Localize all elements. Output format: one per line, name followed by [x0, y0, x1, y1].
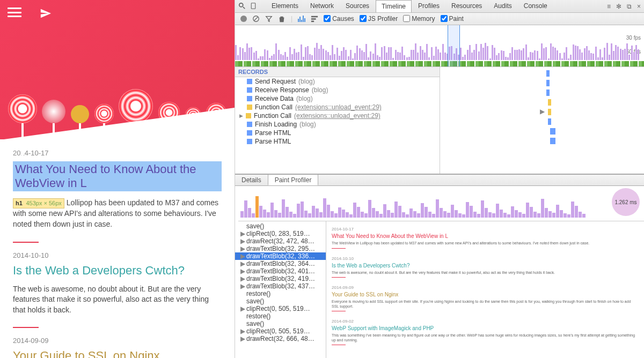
menu-icon[interactable] — [8, 8, 21, 17]
svg-rect-2 — [251, 3, 255, 9]
drawcall-row[interactable]: ▶clipRect(0, 505, 519… — [235, 327, 326, 335]
svg-point-0 — [239, 3, 243, 6]
tab-sources[interactable]: Sources — [340, 0, 375, 12]
divider — [13, 327, 39, 328]
tab-elements[interactable]: Elements — [266, 0, 304, 12]
check-causes[interactable]: Causes — [324, 15, 354, 23]
article-list: 2014-10-17 What You Need to Know About t… — [0, 139, 235, 358]
paper-plane-icon[interactable] — [40, 8, 52, 19]
hero-image — [0, 0, 235, 139]
devtools-tabs: Elements Network Sources Timeline Profil… — [266, 0, 553, 12]
record-row[interactable]: Finish Loading (blog) — [235, 120, 440, 129]
svg-line-4 — [254, 17, 258, 20]
settings-icon[interactable]: ✻ — [616, 3, 621, 10]
tab-resources[interactable]: Resources — [446, 0, 487, 12]
lollipops-decoration — [0, 21, 235, 139]
post-date: 2014-10-17 — [13, 149, 222, 157]
check-paint[interactable]: Paint — [441, 15, 464, 23]
record-row[interactable]: Receive Data (blog) — [235, 94, 440, 103]
drawcall-row[interactable]: ▶clipRect(0, 283, 519… — [235, 230, 326, 237]
subtab-details[interactable]: Details — [235, 175, 268, 185]
details-subtabs: Details Paint Profiler — [235, 174, 644, 186]
clear-icon[interactable] — [252, 15, 260, 23]
timeline-overview[interactable]: 30 fps 60 fps — [235, 25, 644, 68]
check-memory[interactable]: Memory — [403, 15, 435, 23]
svg-rect-7 — [311, 20, 314, 22]
close-icon[interactable]: × — [637, 3, 641, 10]
post-title[interactable]: Your Guide to SSL on Nginx — [13, 349, 222, 358]
tab-console[interactable]: Console — [518, 0, 553, 12]
preview-post: 2014-10-10Is the Web a Developers Cwtch?… — [332, 256, 639, 278]
tab-profiles[interactable]: Profiles — [413, 0, 445, 12]
tab-audits[interactable]: Audits — [488, 0, 517, 12]
record-row[interactable]: Parse HTML — [235, 129, 440, 137]
draw-commands-list[interactable]: ▶save()▶clipRect(0, 283, 519…▶drawRect(3… — [235, 221, 326, 358]
drawcall-row[interactable]: ▶drawTextBlob(32, 437… — [235, 282, 326, 290]
drawcall-row[interactable]: ▶drawRect(32, 472, 48… — [235, 237, 326, 245]
paint-time-badge: 1.262 ms — [612, 188, 640, 216]
records-header: RECORDS — [235, 67, 440, 77]
drawcall-row[interactable]: ▶drawTextBlob(32, 336… — [235, 252, 326, 260]
search-icon[interactable] — [238, 2, 247, 11]
post-excerpt: h1 453px × 56px Lollipop has been update… — [13, 198, 222, 230]
drawer-icon[interactable]: ≡ — [607, 3, 611, 10]
timeline-toolbar: | Causes JS Profiler Memory Paint — [235, 13, 644, 25]
flame-chart-icon[interactable] — [311, 15, 318, 23]
record-row[interactable]: ▶Function Call (extensions::unload_event… — [235, 111, 440, 120]
post-date: 2014-09-09 — [13, 337, 222, 345]
drawcall-row[interactable]: ▶restore() — [235, 290, 326, 297]
svg-line-1 — [243, 6, 245, 9]
record-button[interactable] — [240, 16, 247, 22]
post-title-highlighted[interactable]: What You Need to Know About the WebView … — [13, 161, 222, 191]
drawcall-row[interactable]: ▶drawRect(32, 666, 48… — [235, 335, 326, 342]
drawcall-row[interactable]: ▶save() — [235, 222, 326, 230]
drawcall-row[interactable]: ▶drawTextBlob(32, 419… — [235, 275, 326, 282]
record-row[interactable]: Receive Response (blog) — [235, 86, 440, 94]
records-list: RECORDS Send Request (blog)Receive Respo… — [235, 67, 440, 174]
drawcall-row[interactable]: ▶drawTextBlob(32, 295… — [235, 245, 326, 252]
devtools-topbar: Elements Network Sources Timeline Profil… — [235, 0, 644, 13]
svg-rect-6 — [311, 18, 316, 20]
paint-preview: 2014-10-17What You Need to Know About th… — [326, 221, 644, 358]
dock-icon[interactable]: ⧉ — [627, 3, 632, 10]
drawcall-row[interactable]: ▶clipRect(0, 505, 519… — [235, 305, 326, 312]
records-flamechart[interactable]: ▶ — [440, 67, 644, 174]
preview-post: 2014-09-09Your Guide to SSL on NginxEver… — [332, 285, 639, 311]
garbage-icon[interactable] — [278, 15, 286, 23]
filter-icon[interactable] — [265, 15, 273, 23]
tab-network[interactable]: Network — [305, 0, 339, 12]
preview-post: 2014-09-02WebP Support with ImageMagick … — [332, 319, 639, 345]
divider — [13, 242, 39, 243]
inspected-page: 2014-10-17 What You Need to Know About t… — [0, 0, 235, 358]
devtools-panel: Elements Network Sources Timeline Profil… — [235, 0, 644, 358]
record-row[interactable]: Parse HTML — [235, 137, 440, 146]
paint-profiler: 1.262 ms ▶save()▶clipRect(0, 283, 519…▶d… — [235, 186, 644, 358]
post-excerpt: The web is awesome, no doubt about it. B… — [13, 284, 222, 316]
record-row[interactable]: Send Request (blog) — [235, 77, 440, 86]
drawcall-row[interactable]: ▶save() — [235, 297, 326, 305]
post-title[interactable]: Is the Web a Developers Cwtch? — [13, 264, 222, 278]
check-js-profiler[interactable]: JS Profiler — [360, 15, 398, 23]
drawcall-row[interactable]: ▶save() — [235, 320, 326, 327]
records-pane: RECORDS Send Request (blog)Receive Respo… — [235, 67, 644, 174]
dimension-tooltip: h1 453px × 56px — [13, 198, 64, 208]
tab-timeline[interactable]: Timeline — [376, 0, 412, 12]
post-date: 2014-10-10 — [13, 251, 222, 259]
view-mode-bars-icon[interactable] — [298, 16, 305, 22]
drawcall-row[interactable]: ▶drawTextBlob(32, 364… — [235, 260, 326, 267]
drawcall-row[interactable]: ▶restore() — [235, 312, 326, 320]
drawcall-row[interactable]: ▶drawTextBlob(32, 401… — [235, 267, 326, 275]
record-row[interactable]: Function Call (extensions::unload_event:… — [235, 103, 440, 111]
device-icon[interactable] — [250, 2, 259, 11]
preview-post: 2014-10-17What You Need to Know About th… — [332, 227, 639, 248]
paint-profiler-chart[interactable]: 1.262 ms — [238, 189, 644, 221]
svg-rect-5 — [311, 16, 318, 18]
subtab-paint-profiler[interactable]: Paint Profiler — [268, 175, 319, 185]
